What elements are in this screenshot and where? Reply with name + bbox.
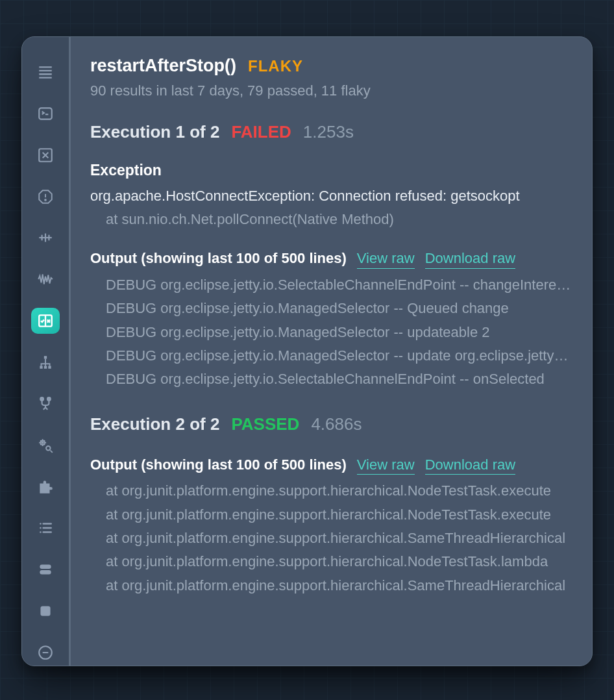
sidebar-item-list[interactable] <box>31 59 60 85</box>
execution-2-header: Execution 2 of 2 PASSED 4.686s <box>90 414 572 434</box>
sidebar-item-config[interactable] <box>31 432 60 458</box>
svg-rect-19 <box>48 366 51 368</box>
task-list-icon <box>37 519 54 536</box>
svg-rect-17 <box>40 366 42 368</box>
alert-octagon-icon <box>37 188 54 205</box>
trace-line: at org.junit.platform.engine.support.hie… <box>90 506 572 523</box>
output-heading: Output (showing last 100 of 500 lines) <box>90 250 347 267</box>
sidebar <box>22 37 69 666</box>
view-raw-link[interactable]: View raw <box>357 250 415 268</box>
sidebar-item-stop[interactable] <box>31 598 60 624</box>
sidebar-item-timeline[interactable] <box>31 225 60 251</box>
sidebar-item-branches[interactable] <box>31 391 60 417</box>
svg-rect-33 <box>40 606 50 616</box>
timeline-icon <box>37 229 54 246</box>
square-solid-icon <box>37 603 54 619</box>
execution-1-title: Execution 1 of 2 <box>90 122 219 142</box>
results-summary: 90 results in last 7 days, 79 passed, 11… <box>90 82 572 99</box>
exception-message: org.apache.HostConnectException: Connect… <box>90 188 572 205</box>
sidebar-item-alert[interactable] <box>31 184 60 210</box>
test-name: restartAfterStop() <box>90 55 236 76</box>
svg-rect-32 <box>40 570 51 575</box>
content: restartAfterStop() FLAKY 90 results in l… <box>71 37 592 666</box>
execution-2-title: Execution 2 of 2 <box>90 414 219 434</box>
trace-line: at org.junit.platform.engine.support.hie… <box>90 482 572 499</box>
execution-2-status: PASSED <box>231 414 299 434</box>
sidebar-item-tests[interactable] <box>31 308 60 334</box>
puzzle-icon <box>37 479 54 495</box>
svg-point-24 <box>46 446 51 451</box>
svg-point-21 <box>47 397 51 401</box>
execution-1-output-header: Output (showing last 100 of 500 lines) V… <box>90 250 572 268</box>
svg-point-9 <box>45 199 46 201</box>
output-heading: Output (showing last 100 of 500 lines) <box>90 456 347 473</box>
minus-circle-icon <box>37 644 54 661</box>
svg-point-25 <box>40 523 42 525</box>
execution-2-duration: 4.686s <box>311 414 362 434</box>
exception-heading: Exception <box>90 162 572 180</box>
x-square-icon <box>37 147 54 164</box>
sidebar-item-plugin[interactable] <box>31 474 60 500</box>
svg-point-29 <box>40 532 42 534</box>
sidebar-item-tasks[interactable] <box>31 515 60 541</box>
results-panel: restartAfterStop() FLAKY 90 results in l… <box>21 36 593 666</box>
download-raw-link[interactable]: Download raw <box>425 456 515 475</box>
sidebar-item-terminal[interactable] <box>31 101 60 127</box>
execution-1-header: Execution 1 of 2 FAILED 1.253s <box>90 122 572 142</box>
sidebar-item-close-box[interactable] <box>31 142 60 168</box>
svg-rect-31 <box>40 565 51 569</box>
sidebar-item-wave[interactable] <box>31 266 60 292</box>
gears-icon <box>37 437 54 454</box>
tests-icon <box>37 312 54 329</box>
sidebar-item-tree[interactable] <box>31 349 60 375</box>
download-raw-link[interactable]: Download raw <box>425 250 515 268</box>
log-line: DEBUG org.eclipse.jetty.io.ManagedSelect… <box>90 324 572 341</box>
server-icon <box>37 561 54 578</box>
trace-line: at org.junit.platform.engine.support.hie… <box>90 530 572 547</box>
svg-rect-16 <box>44 356 47 358</box>
flaky-badge: FLAKY <box>248 57 303 76</box>
tree-icon <box>37 354 54 371</box>
svg-point-20 <box>40 397 43 401</box>
execution-2-logs: at org.junit.platform.engine.support.hie… <box>90 482 572 594</box>
list-icon <box>37 64 54 81</box>
view-raw-link[interactable]: View raw <box>357 456 415 475</box>
trace-line: at org.junit.platform.engine.support.hie… <box>90 577 572 594</box>
log-line: DEBUG org.eclipse.jetty.io.ManagedSelect… <box>90 347 572 364</box>
svg-point-23 <box>42 442 43 443</box>
log-line: DEBUG org.eclipse.jetty.io.ManagedSelect… <box>90 300 572 317</box>
execution-2-output-header: Output (showing last 100 of 500 lines) V… <box>90 456 572 475</box>
execution-1-duration: 1.253s <box>303 122 354 142</box>
svg-point-27 <box>40 527 42 529</box>
execution-1-status: FAILED <box>231 122 291 142</box>
sidebar-item-minus[interactable] <box>31 640 60 666</box>
svg-rect-18 <box>44 366 47 368</box>
branch-icon <box>37 395 54 412</box>
exception-stack-line: at sun.nio.ch.Net.pollConnect(Native Met… <box>90 211 572 228</box>
execution-1-logs: DEBUG org.eclipse.jetty.io.SelectableCha… <box>90 277 572 388</box>
log-line: DEBUG org.eclipse.jetty.io.SelectableCha… <box>90 371 572 388</box>
waveform-icon <box>37 271 54 288</box>
terminal-icon <box>37 105 54 122</box>
log-line: DEBUG org.eclipse.jetty.io.SelectableCha… <box>90 277 572 294</box>
trace-line: at org.junit.platform.engine.support.hie… <box>90 553 572 570</box>
sidebar-item-pills[interactable] <box>31 556 60 582</box>
